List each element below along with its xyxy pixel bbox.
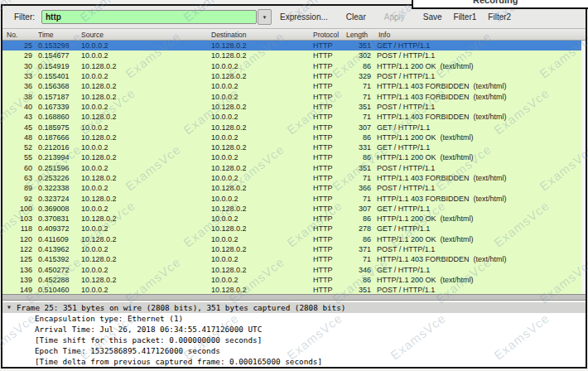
cell-no: 60 [2,164,32,172]
cell-length: 329 [345,72,371,80]
cell-source: 10.0.0.2 [81,286,211,294]
packet-row[interactable]: 1490.51046010.0.0.210.128.0.2HTTP351POST… [2,285,586,294]
column-header-no[interactable]: No. [2,31,32,39]
detail-line[interactable]: Encapsulation type: Ethernet (1) [2,313,586,324]
cell-no: 122 [2,245,32,253]
cell-source: 10.128.0.2 [81,276,211,284]
cell-source: 10.0.0.2 [81,103,211,111]
cell-protocol: HTTP [313,113,345,121]
filter-input[interactable] [41,10,257,24]
vertical-scrollbar[interactable] [581,41,586,294]
cell-protocol: HTTP [313,184,345,192]
packet-row[interactable]: 1000.36900810.0.0.210.128.0.2HTTP307GET … [2,204,586,214]
cell-length: 71 [345,113,371,121]
cell-protocol: HTTP [313,255,345,263]
cell-info: HTTP/1.1 200 OK (text/html) [377,214,586,223]
cell-no: 52 [2,143,32,152]
cell-source: 10.0.0.2 [81,224,211,233]
filter-dropdown-button[interactable]: ▼ [258,9,272,25]
packet-row[interactable]: 380.15718710.128.0.210.0.0.2HTTP71HTTP/1… [2,91,586,101]
cell-time: 0.187666 [38,133,81,142]
filter2-button[interactable]: Filter2 [488,12,511,22]
column-header-source[interactable]: Source [81,31,211,39]
cell-source: 10.128.0.2 [81,113,211,121]
packet-row[interactable]: 1390.45228810.128.0.210.0.0.2HTTP86HTTP/… [2,275,586,285]
packet-row[interactable]: 430.16886010.128.0.210.0.0.2HTTP71HTTP/1… [2,112,586,122]
packet-row[interactable]: 920.32372410.128.0.210.0.0.2HTTP71HTTP/1… [2,193,586,203]
packet-row[interactable]: 300.15491910.128.0.210.0.0.2HTTP86HTTP/1… [2,61,586,71]
cell-protocol: HTTP [313,286,345,294]
packet-row[interactable]: 1250.41539210.128.0.210.0.0.2HTTP71HTTP/… [2,254,586,264]
cell-source: 10.128.0.2 [81,214,211,223]
detail-line[interactable]: [Time delta from previous captured frame… [2,356,586,367]
expander-icon[interactable]: ▼ [7,302,11,313]
packet-row[interactable]: 630.25322610.128.0.210.0.0.2HTTP71HTTP/1… [2,173,586,183]
packet-row[interactable]: 1360.45027210.0.0.210.128.0.2HTTP346GET … [2,265,586,275]
packet-row[interactable]: 400.16733910.0.0.210.128.0.2HTTP351POST … [2,102,586,112]
cell-length: 86 [345,153,371,161]
packet-row[interactable]: 290.15467710.0.0.210.128.0.2HTTP302POST … [2,51,586,60]
apply-button[interactable]: Apply [384,12,405,22]
detail-line[interactable]: [Time shift for this packet: 0.000000000… [2,335,586,345]
packet-row[interactable]: 1200.41160910.128.0.210.0.0.2HTTP86HTTP/… [2,234,586,244]
cell-info: POST / HTTP/1.1 [377,164,586,172]
cell-no: 48 [2,133,32,142]
cell-time: 0.322338 [38,184,81,192]
clear-button[interactable]: Clear [346,12,366,22]
cell-time: 0.415392 [38,255,81,263]
cell-protocol: HTTP [313,266,345,274]
packet-row[interactable]: 330.15540110.0.0.210.128.0.2HTTP329POST … [2,71,586,81]
packet-row[interactable]: 890.32233810.0.0.210.128.0.2HTTP366POST … [2,183,586,193]
expression-button[interactable]: Expression... [280,12,328,22]
cell-protocol: HTTP [313,164,345,172]
cell-info: POST / HTTP/1.1 [377,286,586,294]
packet-row[interactable]: 1220.41396210.0.0.210.128.0.2HTTP371POST… [2,244,586,254]
filter1-button[interactable]: Filter1 [454,12,477,22]
cell-destination: 10.128.0.2 [211,184,313,192]
packet-row[interactable]: 1180.40937210.0.0.210.128.0.2HTTP278GET … [2,224,586,234]
cell-destination: 10.128.0.2 [211,245,313,253]
cell-time: 0.370831 [38,214,81,223]
cell-no: 38 [2,93,32,101]
cell-info: HTTP/1.1 403 FORBIDDEN (text/html) [377,113,586,121]
column-header-destination[interactable]: Destination [211,31,313,39]
packet-row[interactable]: 450.18597510.0.0.210.128.0.2HTTP307GET /… [2,122,586,132]
column-header-length[interactable]: Length [346,31,377,39]
cell-time: 0.156368 [38,82,81,90]
packet-row-selected[interactable]: 250.15329810.0.0.210.128.0.2HTTP351GET /… [2,41,586,51]
cell-no: 25 [2,41,32,50]
packet-row[interactable]: 550.21399410.128.0.210.0.0.2HTTP86HTTP/1… [2,152,586,162]
screenshot-page: Filter: ▼ Expression... Clear Apply Save… [0,0,588,371]
cell-destination: 10.128.0.2 [211,164,313,172]
cell-length: 302 [345,51,371,60]
pane-splitter[interactable] [2,294,586,301]
packet-row[interactable]: 360.15636810.128.0.210.0.0.2HTTP71HTTP/1… [2,81,586,91]
packet-row[interactable]: 520.21201610.0.0.210.128.0.2HTTP331GET /… [2,142,586,152]
cell-length: 71 [345,195,371,203]
column-header-info[interactable]: Info [378,31,586,39]
save-button[interactable]: Save [423,12,442,22]
cell-source: 10.128.0.2 [81,93,211,101]
detail-line[interactable]: Arrival Time: Jul 26, 2018 06:34:55.4171… [2,324,586,335]
cell-destination: 10.128.0.2 [211,205,313,213]
cell-info: HTTP/1.1 403 FORBIDDEN (text/html) [377,82,586,90]
cell-length: 351 [345,41,371,50]
packet-list: 250.15329810.0.0.210.128.0.2HTTP351GET /… [2,41,586,294]
detail-line[interactable]: Epoch Time: 1532586895.417126000 seconds [2,345,586,356]
cell-destination: 10.0.0.2 [211,255,313,263]
cell-length: 371 [345,245,371,253]
column-header-protocol[interactable]: Protocol [313,31,346,39]
cell-source: 10.0.0.2 [81,72,211,80]
cell-destination: 10.128.0.2 [211,266,313,274]
detail-line-frame[interactable]: ▼Frame 25: 351 bytes on wire (2808 bits)… [2,302,586,313]
cell-length: 71 [345,82,371,90]
cell-protocol: HTTP [313,195,345,203]
packet-row[interactable]: 1030.37083110.128.0.210.0.0.2HTTP86HTTP/… [2,214,586,224]
packet-row[interactable]: 480.18766610.128.0.210.0.0.2HTTP86HTTP/1… [2,132,586,142]
cell-protocol: HTTP [313,103,345,111]
cell-destination: 10.128.0.2 [211,143,313,152]
column-header-time[interactable]: Time [38,31,81,39]
cell-destination: 10.128.0.2 [211,286,313,294]
cell-length: 86 [345,235,371,243]
packet-row[interactable]: 600.25159610.0.0.210.128.0.2HTTP351POST … [2,163,586,173]
